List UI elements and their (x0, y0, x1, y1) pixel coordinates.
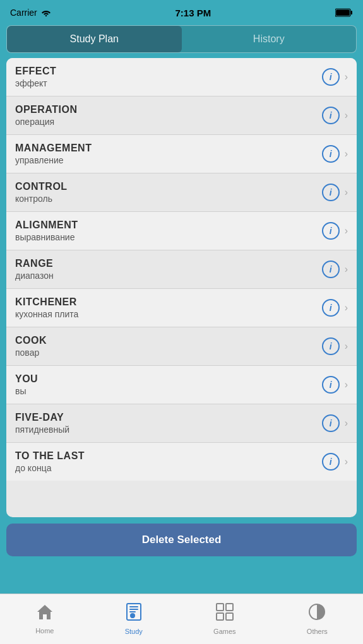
list-item[interactable]: OPERATION операция i › (6, 97, 357, 135)
tab-study-plan[interactable]: Study Plan (7, 26, 182, 52)
chevron-icon: › (345, 418, 348, 429)
home-icon (36, 604, 54, 624)
list-item-text: ALIGNMENT выравнивание (15, 220, 322, 242)
list-item-actions: i › (322, 299, 348, 317)
svg-rect-3 (336, 9, 350, 16)
svg-marker-4 (37, 605, 52, 619)
list-item[interactable]: ALIGNMENT выравнивание i › (6, 212, 357, 250)
chevron-icon: › (345, 456, 348, 467)
list-item[interactable]: RANGE диапазон i › (6, 250, 357, 289)
list-item-translation: выравнивание (15, 232, 322, 242)
list-item[interactable]: FIVE-DAY пятидневный i › (6, 404, 357, 443)
chevron-icon: › (345, 264, 348, 275)
list-item[interactable]: CONTROL контроль i › (6, 173, 357, 212)
svg-rect-8 (129, 611, 136, 612)
list-item[interactable]: EFFECT эффект i › (6, 58, 357, 97)
list-item-text: KITCHENER кухонная плита (15, 296, 322, 319)
bottom-tab-study[interactable]: Study (125, 603, 143, 635)
info-icon[interactable]: i (322, 261, 340, 278)
info-icon[interactable]: i (322, 184, 340, 201)
list-item-actions: i › (322, 337, 348, 355)
battery-icon (335, 8, 353, 17)
list-item-text: RANGE диапазон (15, 258, 322, 281)
chevron-icon: › (345, 341, 348, 352)
bottom-tab-games[interactable]: Games (213, 603, 235, 635)
svg-rect-14 (226, 613, 233, 620)
bottom-tab-others[interactable]: Others (307, 603, 328, 635)
list-item-translation: контроль (15, 194, 322, 204)
list-item-word: CONTROL (15, 181, 322, 192)
list-item-translation: вы (15, 386, 322, 396)
list-item-translation: кухонная плита (15, 309, 322, 319)
list-item-text: MANAGEMENT управление (15, 143, 322, 165)
home-label: Home (35, 627, 54, 635)
chevron-icon: › (345, 187, 348, 198)
list-item-translation: управление (15, 155, 322, 165)
info-icon[interactable]: i (322, 107, 340, 124)
svg-rect-6 (129, 606, 138, 607)
bottom-tab-bar: Home Study Games (0, 594, 363, 644)
list-item[interactable]: YOU вы i › (6, 366, 357, 404)
list-item-word: ALIGNMENT (15, 220, 322, 231)
bottom-tab-home[interactable]: Home (35, 604, 54, 635)
list-item-actions: i › (322, 68, 348, 86)
list-item-word: MANAGEMENT (15, 143, 322, 154)
others-icon (308, 603, 326, 625)
list-item-actions: i › (322, 107, 348, 124)
chevron-icon: › (345, 302, 348, 313)
list-item-text: OPERATION операция (15, 104, 322, 127)
list-item-actions: i › (322, 453, 348, 471)
list-item[interactable]: KITCHENER кухонная плита i › (6, 289, 357, 327)
status-time: 7:13 PM (176, 8, 211, 18)
status-bar: Carrier 7:13 PM (0, 0, 363, 25)
study-label: Study (125, 628, 143, 635)
chevron-icon: › (345, 379, 348, 390)
study-icon (126, 603, 142, 625)
list-item-word: KITCHENER (15, 296, 322, 308)
info-icon[interactable]: i (322, 337, 340, 355)
list-item-word: TO THE LAST (15, 450, 322, 462)
list-item-text: TO THE LAST до конца (15, 450, 322, 473)
info-icon[interactable]: i (322, 376, 340, 394)
chevron-icon: › (345, 71, 348, 83)
list-item[interactable]: COOK повар i › (6, 327, 357, 366)
top-tab-bar: Study Plan History (6, 25, 357, 53)
info-icon[interactable]: i (322, 414, 340, 432)
info-icon[interactable]: i (322, 222, 340, 240)
word-list: EFFECT эффект i › OPERATION операция i ›… (6, 58, 357, 517)
status-battery (335, 8, 353, 17)
list-item-word: YOU (15, 373, 322, 385)
svg-rect-2 (350, 11, 352, 15)
info-icon[interactable]: i (322, 145, 340, 163)
list-item-actions: i › (322, 184, 348, 201)
info-icon[interactable]: i (322, 68, 340, 86)
others-label: Others (307, 628, 328, 635)
list-item-actions: i › (322, 261, 348, 278)
list-item-word: FIVE-DAY (15, 412, 322, 423)
chevron-icon: › (345, 110, 348, 121)
list-item[interactable]: TO THE LAST до конца i › (6, 443, 357, 481)
svg-rect-10 (131, 615, 134, 618)
list-item-text: FIVE-DAY пятидневный (15, 412, 322, 435)
list-item-actions: i › (322, 145, 348, 163)
list-item-translation: эффект (15, 78, 322, 88)
list-item[interactable]: MANAGEMENT управление i › (6, 135, 357, 173)
list-item-actions: i › (322, 222, 348, 240)
games-icon (216, 603, 234, 625)
list-item-text: EFFECT эффект (15, 66, 322, 88)
list-item-word: RANGE (15, 258, 322, 269)
list-item-text: CONTROL контроль (15, 181, 322, 204)
delete-btn-container: Delete Selected (6, 524, 357, 556)
list-item-word: OPERATION (15, 104, 322, 115)
tab-history[interactable]: History (182, 26, 357, 52)
info-icon[interactable]: i (322, 453, 340, 471)
list-item-word: COOK (15, 335, 322, 346)
chevron-icon: › (345, 148, 348, 160)
delete-selected-button[interactable]: Delete Selected (6, 524, 357, 556)
list-item-translation: повар (15, 348, 322, 358)
info-icon[interactable]: i (322, 299, 340, 317)
list-item-word: EFFECT (15, 66, 322, 77)
status-carrier: Carrier (10, 8, 51, 18)
list-item-translation: диапазон (15, 271, 322, 281)
list-item-text: COOK повар (15, 335, 322, 358)
